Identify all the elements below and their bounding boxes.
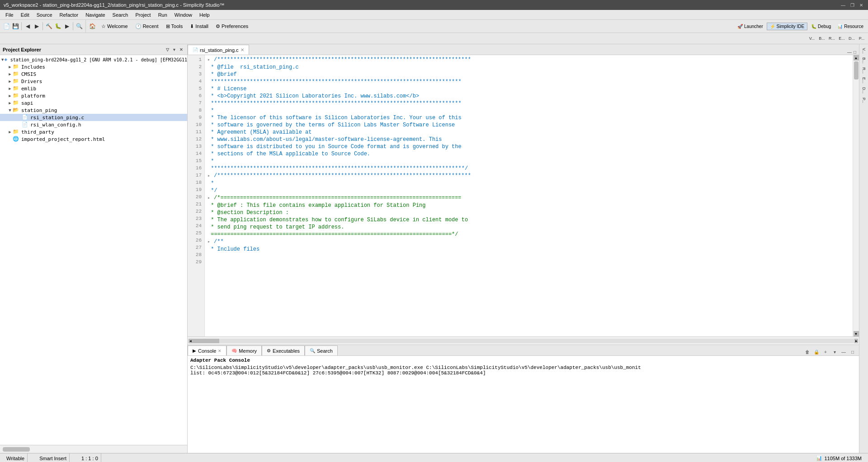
tree-root[interactable]: ▼ ◈ station_ping-brd2204a-gg11_2 [GNU AR…	[0, 56, 187, 63]
bottom-panel-maximize-btn[interactable]: □	[849, 348, 856, 355]
home-icon[interactable]: 🏠	[88, 22, 97, 31]
menu-run[interactable]: Run	[155, 11, 171, 19]
console-tab-close[interactable]: ✕	[218, 349, 222, 353]
menu-edit[interactable]: Edit	[17, 11, 33, 19]
editor-minimize-btn[interactable]: —	[847, 50, 852, 55]
far-right-btn-2[interactable]: B...	[859, 56, 868, 65]
tree-rsi-wlan-config-h[interactable]: 📄 rsi_wlan_config.h	[0, 121, 187, 128]
hscroll-track[interactable]	[192, 339, 854, 343]
h-scrollbar-thumb[interactable]	[3, 447, 30, 452]
tree-third-party[interactable]: ▶ 📁 third_party	[0, 128, 187, 135]
editor-tab-rsi[interactable]: 📄 rsi_station_ping.c ✕	[188, 45, 249, 55]
scroll-track[interactable]	[854, 61, 859, 331]
rpanel-p-tab[interactable]: P...	[857, 34, 866, 43]
far-right-btn-4[interactable]: E...	[859, 76, 868, 85]
install-button[interactable]: ⬇ Install	[187, 23, 211, 30]
menu-file[interactable]: File	[2, 11, 17, 19]
executables-tab-icon: ⚙	[267, 348, 271, 353]
menu-navigate[interactable]: Navigate	[82, 11, 108, 19]
debug-button[interactable]: 🐛	[53, 22, 62, 31]
report-arrow	[7, 137, 13, 141]
panel-collapse-btn[interactable]: ▽	[165, 47, 170, 52]
save-button[interactable]: 💾	[11, 22, 20, 31]
left-panel-scroll[interactable]	[0, 445, 187, 453]
bottom-tab-controls[interactable]: 🗑 🔒 + ▾ — □	[801, 348, 859, 355]
tree-drivers[interactable]: ▶ 📁 Drivers	[0, 78, 187, 85]
new-button[interactable]: 📄	[2, 22, 11, 31]
tree-emlib[interactable]: ▶ 📁 emlib	[0, 85, 187, 92]
perspective-simplicity[interactable]: ⚡ Simplicity IDE	[767, 23, 807, 30]
code-line-26: ========================================…	[208, 231, 850, 238]
tree-station-ping[interactable]: ▼ 📂 station_ping	[0, 107, 187, 114]
tree-includes[interactable]: ▶ 📁 Includes	[0, 63, 187, 70]
editor-window-controls[interactable]: — □	[844, 50, 859, 55]
vertical-scrollbar[interactable]: ▲ ▼	[853, 55, 859, 336]
fold-marker-17[interactable]: ▸	[208, 173, 213, 178]
menu-help[interactable]: Help	[196, 11, 213, 19]
bottom-tab-console[interactable]: ▶ Console ✕	[188, 345, 226, 355]
code-content[interactable]: ▸ /*************************************…	[205, 55, 853, 336]
forward-button[interactable]: ▶	[32, 22, 41, 31]
fold-marker-1[interactable]: ▸	[208, 57, 213, 62]
code-editor[interactable]: 1234567891011121314151617181920212223242…	[188, 55, 859, 336]
tree-sapi[interactable]: ▶ 📁 sapi	[0, 99, 187, 107]
editor-hscroll[interactable]: ◀ ▶	[188, 336, 859, 345]
far-right-btn-1[interactable]: V...	[859, 46, 868, 55]
preferences-button[interactable]: ⚙ Preferences	[213, 23, 251, 30]
build-button[interactable]: 🔨	[44, 22, 53, 31]
tools-button[interactable]: ⊞ Tools	[163, 23, 186, 30]
perspective-resource[interactable]: 📊 Resource	[835, 23, 866, 30]
tree-imported-report[interactable]: 🌐 imported_project_report.html	[0, 135, 187, 143]
rpanel-b-tab[interactable]: B...	[817, 34, 826, 43]
far-right-btn-5[interactable]: D...	[859, 86, 868, 95]
rpanel-v-tab[interactable]: V...	[807, 34, 816, 43]
window-controls[interactable]: — ❐ ✕	[840, 2, 864, 8]
tab-close-btn[interactable]: ✕	[241, 47, 244, 52]
search-button[interactable]: 🔍	[75, 22, 84, 31]
perspective-debug[interactable]: 🐛 Debug	[808, 23, 834, 30]
bottom-tab-executables[interactable]: ⚙ Executables	[262, 345, 305, 355]
console-new-btn[interactable]: +	[822, 348, 829, 355]
recent-button[interactable]: 🕐 Recent	[132, 23, 161, 30]
scroll-down-btn[interactable]: ▼	[854, 331, 859, 336]
hscroll-left-btn[interactable]: ◀	[189, 339, 192, 343]
hscroll-right-btn[interactable]: ▶	[854, 339, 858, 343]
bottom-tab-search[interactable]: 🔍 Search	[305, 345, 338, 355]
panel-close-btn[interactable]: ✕	[178, 47, 184, 52]
menu-search[interactable]: Search	[109, 11, 132, 19]
panel-menu-btn[interactable]: ▾	[172, 47, 177, 52]
menu-window[interactable]: Window	[171, 11, 196, 19]
run-button[interactable]: ▶	[62, 22, 71, 31]
minimize-button[interactable]: —	[840, 2, 846, 8]
maximize-button[interactable]: ❐	[849, 2, 855, 8]
fold-marker-21[interactable]: ▸	[208, 196, 213, 201]
console-clear-btn[interactable]: 🗑	[804, 348, 811, 355]
close-button[interactable]: ✕	[858, 2, 864, 8]
back-button[interactable]: ◀	[23, 22, 32, 31]
rpanel-d-tab[interactable]: D...	[847, 34, 856, 43]
welcome-button[interactable]: ☆ Welcome	[99, 23, 131, 30]
menu-refactor[interactable]: Refactor	[56, 11, 82, 19]
far-right-btn-3[interactable]: R...	[859, 66, 868, 75]
bottom-tab-memory[interactable]: 🧠 Memory	[226, 345, 262, 355]
bottom-panel-minimize-btn[interactable]: —	[840, 348, 847, 355]
console-scroll-lock-btn[interactable]: 🔒	[813, 348, 820, 355]
tree-cmsis[interactable]: ▶ 📁 CMSIS	[0, 70, 187, 78]
scroll-thumb[interactable]	[854, 61, 859, 79]
fold-marker-28[interactable]: ▸	[208, 239, 213, 244]
tree-platform[interactable]: ▶ 📁 platform	[0, 92, 187, 99]
far-right-btn-6[interactable]: P...	[859, 96, 868, 105]
rpanel-r-tab[interactable]: R...	[827, 34, 836, 43]
rpanel-e-tab[interactable]: E...	[837, 34, 846, 43]
menu-source[interactable]: Source	[33, 11, 56, 19]
far-right-panel: V... B... R... E... D... P...	[859, 44, 868, 453]
panel-header-controls[interactable]: ▽ ▾ ✕	[165, 47, 184, 52]
hscroll-thumb[interactable]	[192, 339, 219, 343]
project-tree[interactable]: ▼ ◈ station_ping-brd2204a-gg11_2 [GNU AR…	[0, 55, 187, 445]
menu-project[interactable]: Project	[132, 11, 154, 19]
editor-maximize-btn[interactable]: □	[854, 50, 856, 55]
tree-rsi-station-ping-c[interactable]: 📄 rsi_station_ping.c	[0, 114, 187, 121]
perspective-launcher[interactable]: 🚀 Launcher	[735, 23, 765, 30]
console-menu-btn[interactable]: ▾	[831, 348, 838, 355]
scroll-up-btn[interactable]: ▲	[854, 55, 859, 61]
